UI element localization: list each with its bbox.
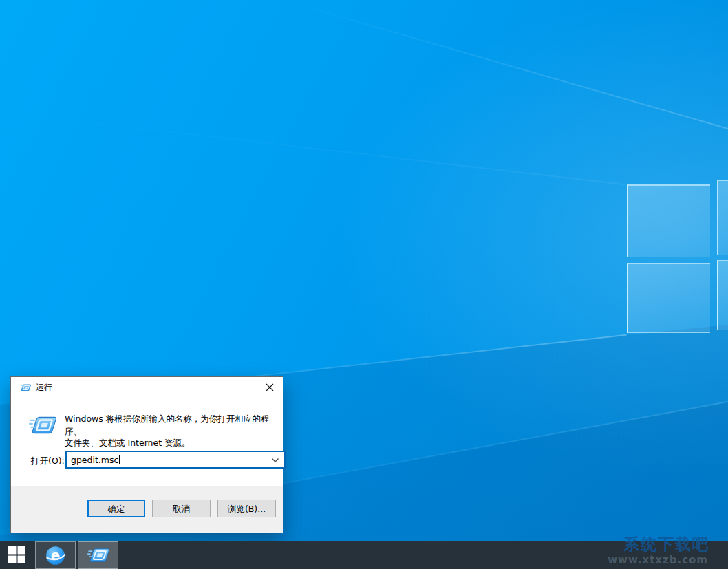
close-icon <box>266 383 274 391</box>
svg-text:e: e <box>51 548 60 563</box>
run-command-input[interactable]: gpedit.msc <box>65 451 286 469</box>
windows-logo-pane <box>717 260 728 330</box>
chevron-down-icon[interactable] <box>271 456 279 464</box>
windows-logo-pane <box>717 180 728 255</box>
open-field-label: 打开(O): <box>31 455 65 467</box>
browser-e-icon: e <box>45 545 66 566</box>
ok-button[interactable]: 确定 <box>87 500 145 517</box>
run-command-value: gpedit.msc <box>71 455 118 465</box>
run-dialog-titlebar[interactable]: 运行 <box>11 377 283 398</box>
watermark-site-url: www.xtxzb.com <box>608 554 708 566</box>
text-caret <box>119 455 120 464</box>
cancel-button[interactable]: 取消 <box>152 500 211 517</box>
run-icon <box>29 411 56 439</box>
windows-logo-icon <box>8 546 25 563</box>
message-line: Windows 将根据你所输入的名称，为你打开相应的程序、 <box>65 413 278 437</box>
screen: 运行 W <box>0 0 728 569</box>
close-button[interactable] <box>257 377 283 398</box>
run-dialog: 运行 W <box>10 376 283 533</box>
watermark-site-name: 系统下载吧 <box>623 534 709 555</box>
browse-button[interactable]: 浏览(B)... <box>217 500 276 517</box>
run-icon <box>87 545 109 566</box>
browser-taskbar-button[interactable]: e <box>35 541 76 569</box>
run-icon <box>20 383 31 393</box>
run-dialog-message: Windows 将根据你所输入的名称，为你打开相应的程序、 文件夹、文档或 In… <box>65 413 278 449</box>
start-button[interactable] <box>0 541 33 569</box>
run-app-taskbar-button[interactable] <box>78 541 118 569</box>
run-dialog-title: 运行 <box>36 382 52 394</box>
run-dialog-footer: 确定 取消 浏览(B)... <box>11 486 283 533</box>
windows-logo-pane <box>627 184 710 257</box>
message-line: 文件夹、文档或 Internet 资源。 <box>65 437 278 449</box>
windows-logo-pane <box>627 263 710 333</box>
